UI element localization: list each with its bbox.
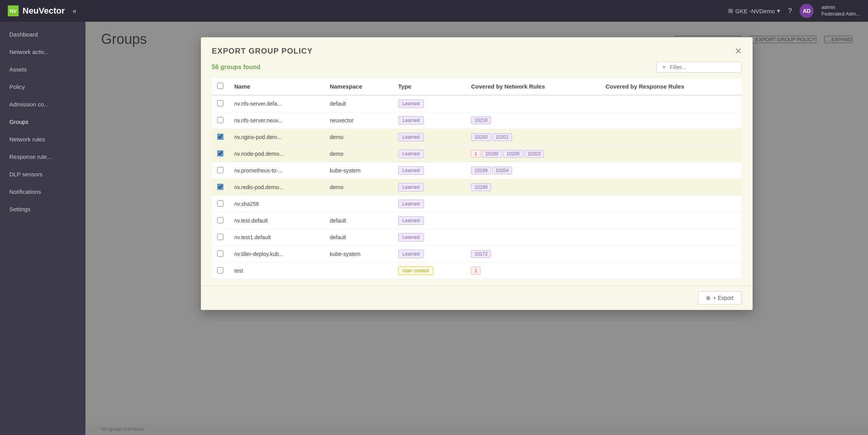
row-response-rules — [600, 146, 742, 162]
row-checkbox[interactable] — [217, 100, 223, 106]
row-checkbox[interactable] — [217, 184, 223, 190]
network-rule-badge: 10200 — [471, 133, 491, 141]
table-row: nv.redis-pod.demo...demoLearned10189 — [212, 179, 742, 196]
row-namespace — [324, 196, 393, 212]
sidebar-item-assets[interactable]: Assets — [0, 61, 85, 78]
row-name: nv.test.default — [229, 212, 324, 229]
row-namespace: default — [324, 229, 393, 246]
table-row: testUser created1 — [212, 263, 742, 279]
type-badge: Learned — [398, 99, 424, 108]
row-type: User created — [393, 263, 466, 279]
sidebar-item-response-rules[interactable]: Response rule... — [0, 148, 85, 165]
modal-close-button[interactable]: ✕ — [735, 47, 742, 56]
network-rule-badge: 1 — [471, 267, 481, 275]
table-row: nv.sha256Learned — [212, 196, 742, 212]
row-network-rules — [465, 229, 600, 246]
sidebar-item-settings[interactable]: Settings — [0, 200, 85, 218]
filter-input[interactable] — [670, 64, 732, 70]
logo-text: NeuVector — [23, 6, 65, 16]
cluster-chevron: ▾ — [777, 7, 780, 14]
row-checkbox[interactable] — [217, 234, 223, 240]
row-name: nv.node-pod.demo... — [229, 146, 324, 162]
header-name: Name — [229, 78, 324, 95]
row-namespace: demo — [324, 179, 393, 196]
row-checkbox-cell — [212, 162, 229, 179]
modal-footer: ⊕ + Export — [201, 285, 753, 310]
row-checkbox[interactable] — [217, 200, 223, 207]
sidebar-item-policy[interactable]: Policy — [0, 78, 85, 96]
sidebar-item-dashboard[interactable]: Dashboard — [0, 26, 85, 43]
export-label: + Export — [713, 295, 734, 301]
type-badge: Learned — [398, 200, 424, 208]
row-checkbox-cell — [212, 129, 229, 146]
row-checkbox[interactable] — [217, 251, 223, 257]
sidebar: Dashboard Network activ... Assets Policy… — [0, 22, 85, 435]
topbar: NV NeuVector « ⊞ GKE -NVDemo ▾ ? AD admi… — [0, 0, 868, 22]
row-name: nv.redis-pod.demo... — [229, 179, 324, 196]
row-name: nv.tiller-deploy.kub... — [229, 246, 324, 263]
modal-subheader: 56 groups found ▼ — [201, 62, 753, 78]
user-role: Federated Adm... — [821, 11, 860, 17]
modal-header: EXPORT GROUP POLICY ✕ — [201, 37, 753, 62]
row-checkbox[interactable] — [217, 117, 223, 123]
row-namespace — [324, 263, 393, 279]
row-type: Learned — [393, 162, 466, 179]
cluster-label: GKE -NVDemo — [736, 8, 775, 14]
modal-overlay: EXPORT GROUP POLICY ✕ 56 groups found ▼ — [85, 22, 868, 435]
header-namespace: Namespace — [324, 78, 393, 95]
logo-initials: NV — [10, 8, 17, 14]
row-name: nv.nfs-server.neuv... — [229, 112, 324, 129]
row-namespace: default — [324, 212, 393, 229]
cluster-icon: ⊞ — [728, 7, 733, 14]
row-name: nv.test1.default — [229, 229, 324, 246]
row-checkbox[interactable] — [217, 150, 223, 157]
network-rule-badge: 10189 — [482, 150, 502, 158]
row-checkbox[interactable] — [217, 217, 223, 223]
sidebar-item-notifications[interactable]: Notifications — [0, 183, 85, 200]
collapse-icon[interactable]: « — [73, 7, 77, 15]
row-network-rules: 10189 — [465, 179, 600, 196]
row-type: Learned — [393, 179, 466, 196]
export-button[interactable]: ⊕ + Export — [698, 291, 742, 304]
table-row: nv.nfs-server.defa...defaultLearned — [212, 95, 742, 112]
type-badge: Learned — [398, 250, 424, 258]
help-icon[interactable]: ? — [788, 7, 792, 15]
sidebar-item-network-activity[interactable]: Network activ... — [0, 43, 85, 61]
row-checkbox-cell — [212, 263, 229, 279]
table-row: nv.nfs-server.neuv...neuvectorLearned102… — [212, 112, 742, 129]
row-network-rules — [465, 212, 600, 229]
row-checkbox[interactable] — [217, 267, 223, 273]
avatar-initials: AD — [803, 8, 810, 14]
row-checkbox-cell — [212, 112, 229, 129]
select-all-checkbox[interactable] — [217, 83, 223, 89]
table-container: Name Namespace Type Covered by Network R… — [201, 78, 753, 285]
table-header: Name Namespace Type Covered by Network R… — [212, 78, 742, 95]
row-checkbox[interactable] — [217, 167, 223, 173]
modal-title: EXPORT GROUP POLICY — [212, 47, 313, 56]
row-response-rules — [600, 129, 742, 146]
row-network-rules: 1 — [465, 263, 600, 279]
row-checkbox-cell — [212, 179, 229, 196]
sidebar-item-dlp[interactable]: DLP sensors — [0, 165, 85, 183]
type-badge: Learned — [398, 133, 424, 141]
cluster-selector[interactable]: ⊞ GKE -NVDemo ▾ — [728, 7, 781, 14]
network-rule-badge: 10216 — [471, 117, 491, 124]
sidebar-item-network-rules[interactable]: Network rules — [0, 130, 85, 148]
network-rule-badge: 1 — [471, 150, 481, 158]
filter-box: ▼ — [656, 62, 742, 73]
row-response-rules — [600, 112, 742, 129]
row-response-rules — [600, 196, 742, 212]
logo: NV NeuVector « — [8, 5, 728, 16]
row-checkbox[interactable] — [217, 134, 223, 140]
row-response-rules — [600, 229, 742, 246]
row-response-rules — [600, 95, 742, 112]
table-row: nv.nginx-pod.dem...demoLearned1020010201 — [212, 129, 742, 146]
row-name: test — [229, 263, 324, 279]
user-info: admin Federated Adm... — [821, 4, 860, 17]
header-checkbox-cell — [212, 78, 229, 95]
sidebar-item-admission[interactable]: Admission co... — [0, 96, 85, 113]
sidebar-item-groups[interactable]: Groups — [0, 113, 85, 130]
network-rule-badge: 10201 — [492, 133, 512, 141]
row-type: Learned — [393, 196, 466, 212]
row-type: Learned — [393, 212, 466, 229]
